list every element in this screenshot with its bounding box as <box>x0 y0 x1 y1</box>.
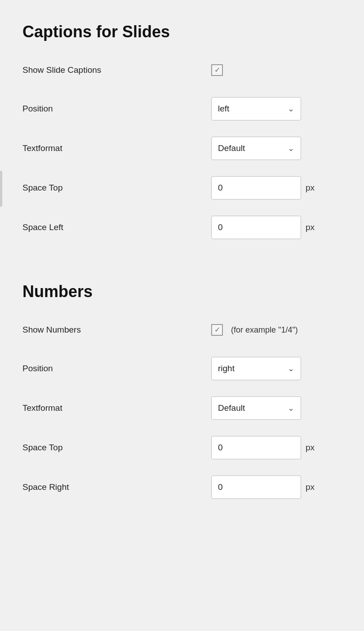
numbers-textformat-chevron-icon: ⌄ <box>288 403 294 413</box>
captions-section-title: Captions for Slides <box>22 22 342 41</box>
captions-position-value: left <box>218 104 229 114</box>
captions-position-label: Position <box>22 104 211 114</box>
captions-space-left-control: px <box>211 216 315 239</box>
numbers-space-right-unit: px <box>306 482 315 492</box>
captions-textformat-label: Textformat <box>22 143 211 153</box>
numbers-textformat-label: Textformat <box>22 403 211 413</box>
show-captions-label: Show Slide Captions <box>22 65 211 75</box>
captions-textformat-control: Default ⌄ <box>211 137 301 160</box>
numbers-space-right-row: Space Right px <box>22 475 342 499</box>
numbers-position-control: right ⌄ <box>211 357 301 380</box>
show-numbers-row: Show Numbers ✓ (for example "1/4") <box>22 319 342 341</box>
captions-position-row: Position left ⌄ <box>22 97 342 120</box>
captions-textformat-select[interactable]: Default ⌄ <box>211 137 301 160</box>
captions-position-control: left ⌄ <box>211 97 301 120</box>
captions-textformat-row: Textformat Default ⌄ <box>22 137 342 160</box>
numbers-textformat-row: Textformat Default ⌄ <box>22 396 342 420</box>
captions-space-left-unit: px <box>306 222 315 232</box>
checkmark-icon: ✓ <box>214 67 220 74</box>
captions-position-select[interactable]: left ⌄ <box>211 97 301 120</box>
captions-space-top-row: Space Top px <box>22 176 342 200</box>
numbers-space-top-input[interactable] <box>211 436 301 459</box>
numbers-textformat-control: Default ⌄ <box>211 396 301 420</box>
captions-textformat-value: Default <box>218 143 245 153</box>
numbers-section-title: Numbers <box>22 282 342 301</box>
show-captions-row: Show Slide Captions ✓ <box>22 59 342 81</box>
numbers-position-value: right <box>218 364 235 373</box>
page-container: Captions for Slides Show Slide Captions … <box>0 0 364 542</box>
show-numbers-control: ✓ (for example "1/4") <box>211 324 298 336</box>
captions-space-left-input[interactable] <box>211 216 301 239</box>
captions-space-top-unit: px <box>306 183 315 193</box>
numbers-space-top-label: Space Top <box>22 443 211 453</box>
numbers-checkmark-icon: ✓ <box>214 326 220 333</box>
left-accent-bar <box>0 171 2 207</box>
captions-position-chevron-icon: ⌄ <box>288 104 294 114</box>
numbers-position-label: Position <box>22 364 211 373</box>
numbers-space-top-control: px <box>211 436 315 459</box>
captions-space-top-label: Space Top <box>22 183 211 193</box>
numbers-textformat-value: Default <box>218 403 245 413</box>
show-captions-control: ✓ <box>211 64 223 76</box>
show-numbers-label: Show Numbers <box>22 325 211 335</box>
captions-space-top-input[interactable] <box>211 176 301 200</box>
captions-space-left-label: Space Left <box>22 222 211 232</box>
show-numbers-checkbox[interactable]: ✓ <box>211 324 223 336</box>
numbers-space-right-label: Space Right <box>22 482 211 492</box>
numbers-position-chevron-icon: ⌄ <box>288 364 294 373</box>
numbers-textformat-select[interactable]: Default ⌄ <box>211 396 301 420</box>
captions-space-top-control: px <box>211 176 315 200</box>
numbers-position-select[interactable]: right ⌄ <box>211 357 301 380</box>
captions-textformat-chevron-icon: ⌄ <box>288 143 294 153</box>
captions-space-left-row: Space Left px <box>22 216 342 239</box>
numbers-space-top-row: Space Top px <box>22 436 342 459</box>
numbers-space-right-control: px <box>211 475 315 499</box>
numbers-position-row: Position right ⌄ <box>22 357 342 380</box>
numbers-space-top-unit: px <box>306 443 315 453</box>
numbers-space-right-input[interactable] <box>211 475 301 499</box>
show-numbers-example: (for example "1/4") <box>231 325 298 335</box>
show-captions-checkbox[interactable]: ✓ <box>211 64 223 76</box>
section-divider <box>22 255 342 282</box>
